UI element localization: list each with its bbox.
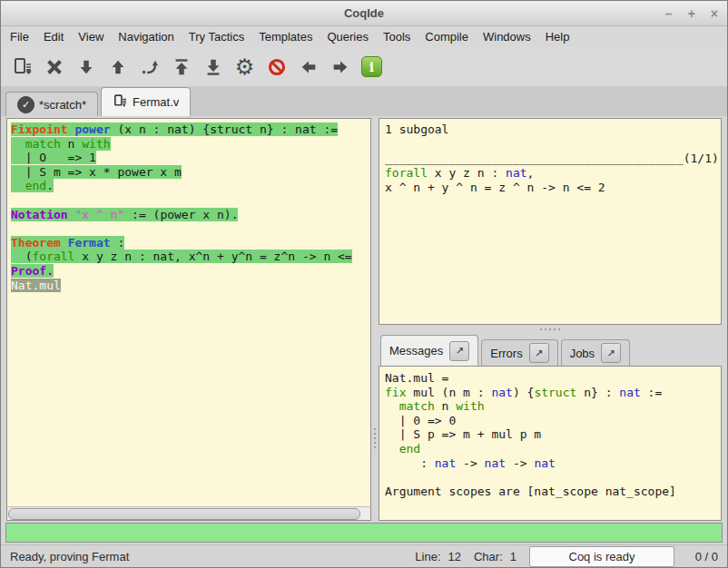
progress-bar: [5, 523, 723, 543]
arrow-right-icon: [330, 57, 350, 77]
go-to-cursor-button[interactable]: [133, 52, 165, 83]
jobs-counter: 0 / 0: [687, 550, 718, 563]
menu-queries[interactable]: Queries: [320, 28, 376, 45]
menu-navigation[interactable]: Navigation: [111, 28, 181, 45]
message-line: Argument scopes are [nat_scope nat_scope…: [385, 485, 721, 499]
tab-jobs-label: Jobs: [570, 347, 595, 360]
tab-jobs[interactable]: Jobs ↗: [561, 339, 630, 366]
about-button[interactable]: i: [356, 52, 388, 83]
char-value: 1: [510, 550, 516, 563]
line-value: 12: [448, 550, 461, 563]
code-line: Fixpoint power (x n : nat) {struct n} : …: [11, 122, 370, 137]
message-line: match n with: [385, 399, 721, 414]
arrow-down-icon: [76, 57, 96, 77]
code-line: (forall x y z n : nat, x^n + y^n = z^n -…: [11, 250, 370, 264]
goal-line: x ^ n + y ^ n = z ^ n -> n <= 2: [385, 181, 721, 195]
tab-errors[interactable]: Errors ↗: [481, 339, 557, 366]
code-line: Proof.: [11, 264, 370, 279]
code-line: | S m => x * power x m: [11, 165, 370, 180]
menu-templates[interactable]: Templates: [251, 28, 320, 45]
menu-compile[interactable]: Compile: [418, 28, 476, 45]
go-to-end-button[interactable]: [197, 52, 229, 83]
status-message: Ready, proving Fermat: [10, 550, 415, 563]
tab-messages[interactable]: Messages ↗: [380, 335, 478, 366]
detach-arrow-icon: ↗: [456, 345, 464, 357]
code-line: match n with: [11, 137, 370, 152]
next-button[interactable]: [324, 52, 356, 83]
tab-fermat[interactable]: Fermat.v: [101, 87, 191, 116]
horizontal-splitter[interactable]: [379, 325, 722, 334]
tab-errors-label: Errors: [490, 347, 522, 360]
message-line: Nat.mul =: [385, 371, 721, 386]
tab-messages-label: Messages: [389, 344, 443, 357]
right-column: 1 subgoal_______________________________…: [379, 118, 722, 521]
detach-errors-button[interactable]: ↗: [529, 343, 549, 363]
vertical-splitter[interactable]: [371, 118, 379, 521]
message-line: | 0 => 0: [385, 414, 721, 428]
scrollbar-thumb[interactable]: [8, 508, 360, 520]
status-right: Line: 12 Char: 1 Coq is ready 0 / 0: [415, 546, 718, 567]
check-circle-icon: ✓: [17, 96, 34, 113]
tab-scratch-label: *scratch*: [39, 98, 86, 112]
detach-arrow-icon: ↗: [607, 348, 615, 359]
arrow-up-to-bar-icon: [172, 57, 192, 77]
interrupt-button[interactable]: [261, 52, 292, 83]
menubar: File Edit View Navigation Try Tactics Te…: [1, 26, 727, 47]
code-line: [11, 221, 370, 236]
coq-status-box: Coq is ready: [529, 546, 674, 567]
previous-button[interactable]: [292, 52, 324, 83]
tab-scratch[interactable]: ✓ *scratch*: [5, 92, 98, 116]
minimize-icon[interactable]: –: [665, 7, 673, 20]
curved-arrow-icon: [140, 57, 160, 77]
restart-button[interactable]: [165, 52, 197, 83]
goal-line: 1 subgoal: [385, 122, 721, 137]
close-icon[interactable]: ×: [711, 7, 718, 20]
coqide-window: { "window": { "title": "CoqIde", "minimi…: [0, 0, 728, 568]
main-area: Fixpoint power (x n : nat) {struct n} : …: [1, 116, 727, 521]
messages-panel[interactable]: Nat.mul =fix mul (n m : nat) {struct n} …: [379, 366, 722, 521]
char-label: Char:: [474, 550, 503, 563]
code-line: Theorem Fermat :: [11, 236, 370, 250]
arrow-up-icon: [108, 57, 128, 77]
message-line: [385, 470, 721, 485]
code-line: [11, 193, 370, 208]
document-download-icon: [113, 93, 128, 112]
window-controls: – + ×: [665, 1, 718, 25]
fully-check-button[interactable]: ⚙: [229, 52, 261, 83]
splitter-grip-icon: [374, 428, 376, 448]
menu-file[interactable]: File: [3, 28, 36, 45]
script-editor[interactable]: Fixpoint power (x n : nat) {struct n} : …: [7, 119, 370, 506]
menu-tools[interactable]: Tools: [376, 28, 418, 45]
horizontal-scrollbar[interactable]: [7, 506, 370, 520]
menu-edit[interactable]: Edit: [36, 28, 71, 45]
coq-status-text: Coq is ready: [569, 550, 635, 563]
menu-help[interactable]: Help: [538, 28, 577, 45]
arrow-down-to-bar-icon: [203, 57, 223, 77]
goals-panel[interactable]: 1 subgoal_______________________________…: [379, 118, 722, 325]
save-button[interactable]: [6, 52, 38, 83]
document-download-icon: [12, 56, 34, 78]
close-doc-button[interactable]: [38, 52, 70, 83]
detach-jobs-button[interactable]: ↗: [601, 343, 621, 363]
menu-windows[interactable]: Windows: [476, 28, 538, 45]
message-line: : nat -> nat -> nat: [385, 456, 721, 471]
message-line: | S p => m + mul p m: [385, 427, 721, 442]
message-tabbar: Messages ↗ Errors ↗ Jobs ↗: [379, 334, 722, 366]
titlebar[interactable]: CoqIde – + ×: [1, 1, 727, 26]
goal-line: ________________________________________…: [385, 152, 721, 166]
arrow-left-icon: [299, 57, 319, 77]
code-line: Nat.mul: [11, 279, 370, 293]
maximize-icon[interactable]: +: [688, 7, 695, 20]
statusbar: Ready, proving Fermat Line: 12 Char: 1 C…: [1, 544, 727, 567]
detach-messages-button[interactable]: ↗: [449, 341, 469, 361]
menu-view[interactable]: View: [71, 28, 111, 45]
script-panel: Fixpoint power (x n : nat) {struct n} : …: [6, 118, 371, 521]
code-line: | O => 1: [11, 151, 370, 165]
message-line: fix mul (n m : nat) {struct n} : nat :=: [385, 386, 721, 400]
goal-line: forall x y z n : nat,: [385, 166, 721, 181]
goal-line: [385, 137, 721, 152]
menu-try-tactics[interactable]: Try Tactics: [182, 28, 251, 45]
forward-one-command-button[interactable]: [70, 52, 102, 83]
info-icon: i: [361, 56, 382, 77]
backward-one-command-button[interactable]: [102, 52, 133, 83]
